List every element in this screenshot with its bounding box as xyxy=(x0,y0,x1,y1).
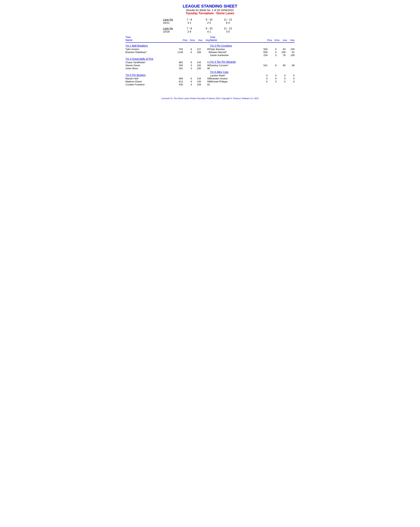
stat-pins: 300 xyxy=(174,64,183,67)
stat-gms: 3 xyxy=(183,64,192,67)
left-ave-label: Ave xyxy=(195,39,203,42)
lane-no-label-1: Lane No xyxy=(163,18,179,21)
main-content: Total Name Pins Gms Ave Hcp Tm 1 Ball Br… xyxy=(126,36,295,90)
stat-hcp: 81 xyxy=(286,51,295,54)
team-3-name: Tm 3 Great Balls of Fire xyxy=(126,57,210,60)
table-row: Tyler Huston 763 6 127 65 xyxy=(126,48,210,51)
table-row: Coralee Frankard 435 4 108 82 xyxy=(126,83,210,86)
stat-pins: 541 xyxy=(259,64,268,67)
stat-pins: 806 xyxy=(174,77,183,80)
stat-ave: 78 xyxy=(277,54,286,57)
player-name: Landon Reek* xyxy=(210,74,259,77)
right-gms-label: Gms xyxy=(272,39,280,42)
right-total-label: Total xyxy=(210,36,263,39)
stat-gms: 6 xyxy=(183,80,192,83)
team-3-section: Tm 3 Great Balls of Fire Chase VanWinkle… xyxy=(126,57,210,70)
lane-range-2b: 9 - 10 xyxy=(200,27,219,30)
stat-hcp: 105 xyxy=(286,48,295,51)
footer: Licensed To: The Dome Lanes Perfect Secr… xyxy=(126,97,295,99)
table-row: Tyler Barstow 500 6 83 105 xyxy=(210,48,295,51)
stat-hcp: 99 xyxy=(286,64,295,67)
stat-gms: 6 xyxy=(268,51,277,54)
stat-hcp: 51 xyxy=(201,61,210,64)
stat-ave: 0 xyxy=(277,74,286,77)
player-name: Tyler Barstow xyxy=(210,48,259,51)
table-row: Landon Reek* 0 0 0 0 xyxy=(210,74,295,77)
stat-ave: 83 xyxy=(277,48,286,51)
table-row: Mariah Heil* 806 6 134 59 xyxy=(126,77,210,80)
team-2-name: Tm 2 Pin Crushers xyxy=(210,44,295,47)
lane-vals-2a: 2 6 xyxy=(179,30,200,33)
left-hcp-label: Hcp xyxy=(203,39,210,42)
lane-vals-1b: 2 5 xyxy=(200,21,219,24)
player-name: Michael Philipps xyxy=(210,80,259,83)
subtitle: Results for Week No. 2 of 28 10/04/2022 xyxy=(126,9,295,12)
table-row: Madison Eland 812 6 135 58 xyxy=(126,80,210,83)
player-name: Davien Merrell* xyxy=(210,51,259,54)
lane-vals-2c: 3 5 xyxy=(219,30,237,33)
stat-ave: 100 xyxy=(192,64,201,67)
stat-gms: 6 xyxy=(268,48,277,51)
stat-ave: 134 xyxy=(192,77,201,80)
stat-pins: 659 xyxy=(259,51,268,54)
stat-gms: 6 xyxy=(183,61,192,64)
stat-gms: 6 xyxy=(268,64,277,67)
player-name: Madison Eland xyxy=(126,80,174,83)
main-title: LEAGUE STANDING SHEET xyxy=(126,4,295,9)
stat-ave: 108 xyxy=(192,83,201,86)
team-2-section: Tm 2 Pin Crushers Tyler Barstow 500 6 83… xyxy=(210,44,295,57)
right-ave-label: Ave xyxy=(280,39,287,42)
left-pins-label: Pins xyxy=(179,39,188,42)
stat-pins: 0 xyxy=(259,77,268,80)
stat-gms: 4 xyxy=(183,83,192,86)
page-header: LEAGUE STANDING SHEET Results for Week N… xyxy=(126,4,295,15)
stat-gms: 3 xyxy=(183,67,192,70)
lane-range-1a: 7 - 8 xyxy=(179,18,200,21)
stat-hcp: 59 xyxy=(201,77,210,80)
left-total-label: Total xyxy=(126,36,179,39)
player-name: Coralee Frankard xyxy=(126,83,174,86)
stat-hcp: 109 xyxy=(286,54,295,57)
table-row: Axton Beno 301 3 100 90 xyxy=(126,67,210,70)
lane-range-1c: 11 - 12 xyxy=(219,18,237,21)
lane-range-2a: 7 - 8 xyxy=(179,27,200,30)
stat-hcp: 90 xyxy=(201,67,210,70)
table-row: Brandon Rabideau* 1138 6 189 9 xyxy=(126,51,210,54)
stat-pins: 234 xyxy=(259,54,268,57)
lane-range-1b: 9 - 10 xyxy=(200,18,219,21)
player-name: Axton Beno xyxy=(126,67,174,70)
team-5-section: Tm 5 Pin Busters Mariah Heil* 806 6 134 … xyxy=(126,74,210,86)
stat-ave: 189 xyxy=(192,51,201,54)
stat-hcp: 0 xyxy=(286,74,295,77)
stat-pins: 0 xyxy=(259,74,268,77)
stat-gms: 0 xyxy=(268,74,277,77)
team-5-name: Tm 5 Pin Busters xyxy=(126,74,210,77)
stat-pins: 763 xyxy=(174,48,183,51)
league-name: Tuesday Tornadoes - Dome Lanes xyxy=(126,12,295,15)
stat-ave: 0 xyxy=(277,77,286,80)
stat-hcp: 65 xyxy=(201,48,210,51)
team-4-section: Tm 4 Ten Pin Wizards Destiny Cormier* 54… xyxy=(210,60,295,67)
stat-ave: 135 xyxy=(192,80,201,83)
player-name: Braeden Huston xyxy=(210,77,259,80)
stat-pins: 0 xyxy=(259,80,268,83)
table-row: Braeden Huston 0 0 0 0 xyxy=(210,77,295,80)
lane-no-label-2: Lane No xyxy=(163,27,179,30)
player-name: Steven Drees xyxy=(126,64,174,67)
stat-gms: 6 xyxy=(183,48,192,51)
lane-schedule: Lane No 7 - 8 9 - 10 11 - 12 10/11 3 1 2… xyxy=(163,18,257,33)
stat-gms: 6 xyxy=(183,51,192,54)
stat-hcp: 0 xyxy=(286,77,295,80)
team-1-name: Tm 1 Ball Breakers xyxy=(126,44,210,47)
lane-vals-1c: 6 4 xyxy=(219,21,237,24)
lane-vals-2b: 4 1 xyxy=(200,30,219,33)
table-row: Michael Philipps 0 0 0 0 xyxy=(210,80,295,83)
lane-range-2c: 11 - 12 xyxy=(219,27,237,30)
player-name: Chase VanWinkle* xyxy=(126,61,174,64)
footer-text: Licensed To: The Dome Lanes Perfect Secr… xyxy=(161,97,259,99)
stat-pins: 812 xyxy=(174,80,183,83)
player-name: Mariah Heil* xyxy=(126,77,174,80)
right-hcp-label: Hcp xyxy=(287,39,295,42)
player-name: Brandon Rabideau* xyxy=(126,51,174,54)
stat-hcp: 0 xyxy=(286,80,295,83)
